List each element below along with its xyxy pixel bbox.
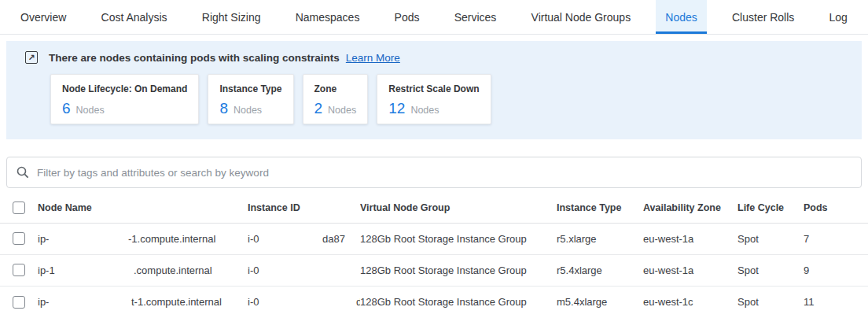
- card-restrict-scale-down[interactable]: Restrict Scale Down 12 Nodes: [377, 74, 491, 124]
- col-availability-zone: Availability Zone: [643, 193, 737, 223]
- instance-type-cell: r5.xlarge: [557, 223, 643, 254]
- table-row[interactable]: ip- t-1.compute.internal i-0 d 128Gb Roo…: [0, 286, 868, 317]
- instance-type-cell: r5.4xlarge: [557, 254, 643, 286]
- node-name-link[interactable]: t-1.compute.internal: [131, 296, 222, 308]
- card-count: 6: [62, 100, 71, 117]
- life-cycle-cell: Spot: [737, 286, 804, 317]
- tab-cost-analysis[interactable]: Cost Analysis: [92, 0, 177, 34]
- node-name-link[interactable]: ip-: [38, 296, 49, 308]
- select-all-checkbox[interactable]: [13, 202, 25, 214]
- tab-cluster-rolls[interactable]: Cluster Rolls: [723, 0, 804, 34]
- node-name-link[interactable]: ip-1: [38, 264, 55, 276]
- search-input[interactable]: [37, 167, 851, 179]
- col-instance-type: Instance Type: [557, 193, 643, 223]
- virtual-node-group-cell: 128Gb Root Storage Instance Group: [360, 254, 557, 286]
- card-node-lifecycle[interactable]: Node Lifecycle: On Demand 6 Nodes: [50, 74, 199, 124]
- card-title: Zone: [314, 83, 357, 94]
- tab-services[interactable]: Services: [445, 0, 506, 34]
- table-row[interactable]: ip- -1.compute.internal i-0 da87 128Gb R…: [0, 223, 868, 254]
- life-cycle-cell: Spot: [737, 223, 804, 254]
- row-checkbox[interactable]: [13, 296, 25, 309]
- card-unit: Nodes: [76, 105, 105, 116]
- card-unit: Nodes: [234, 105, 262, 116]
- tab-bar: Overview Cost Analysis Right Sizing Name…: [0, 0, 868, 35]
- card-count: 2: [314, 100, 323, 117]
- filter-search-bar: [6, 157, 862, 188]
- virtual-node-group-cell: 128Gb Root Storage Instance Group: [360, 286, 557, 317]
- pods-cell: 7: [804, 223, 868, 254]
- table-row[interactable]: ip-1 .compute.internal i-0 128Gb Root St…: [0, 254, 868, 286]
- card-count: 8: [219, 100, 228, 117]
- pods-cell: 11: [804, 286, 868, 317]
- tab-nodes[interactable]: Nodes: [656, 0, 706, 34]
- col-pods: Pods: [804, 193, 868, 223]
- constraint-cards: Node Lifecycle: On Demand 6 Nodes Instan…: [50, 74, 849, 124]
- tab-right-sizing[interactable]: Right Sizing: [193, 0, 270, 34]
- tab-log[interactable]: Log: [820, 0, 857, 34]
- col-node-name: Node Name: [38, 193, 248, 223]
- tab-namespaces[interactable]: Namespaces: [286, 0, 370, 34]
- instance-id-link[interactable]: i-0: [248, 233, 259, 245]
- instance-id-link[interactable]: da87: [322, 233, 345, 245]
- availability-zone-cell: eu-west-1a: [643, 223, 737, 254]
- card-unit: Nodes: [328, 105, 356, 116]
- life-cycle-cell: Spot: [737, 254, 804, 286]
- tab-overview[interactable]: Overview: [11, 0, 75, 34]
- availability-zone-cell: eu-west-1c: [643, 286, 737, 317]
- instance-id-link[interactable]: i-0: [248, 296, 259, 308]
- node-name-link[interactable]: ip-: [38, 233, 49, 245]
- search-icon: [17, 166, 29, 179]
- card-unit: Nodes: [410, 105, 439, 116]
- learn-more-link[interactable]: Learn More: [346, 52, 400, 64]
- row-checkbox[interactable]: [13, 264, 25, 276]
- instance-type-cell: m5.4xlarge: [557, 286, 643, 317]
- pods-cell: 9: [804, 254, 868, 286]
- nodes-table: Node Name Instance ID Virtual Node Group…: [0, 193, 868, 317]
- banner-header: ↗ There are nodes containing pods with s…: [19, 51, 849, 64]
- card-zone[interactable]: Zone 2 Nodes: [303, 74, 369, 124]
- col-virtual-node-group: Virtual Node Group: [360, 193, 557, 223]
- instance-id-link[interactable]: d: [356, 296, 360, 308]
- card-count: 12: [388, 100, 405, 117]
- card-instance-type[interactable]: Instance Type 8 Nodes: [208, 74, 293, 124]
- banner-message: There are nodes containing pods with sca…: [49, 52, 340, 64]
- table-header-row: Node Name Instance ID Virtual Node Group…: [0, 193, 868, 223]
- card-title: Instance Type: [219, 83, 281, 94]
- scaling-constraints-banner: ↗ There are nodes containing pods with s…: [6, 41, 862, 139]
- instance-id-link[interactable]: i-0: [248, 264, 259, 276]
- availability-zone-cell: eu-west-1a: [643, 254, 737, 286]
- virtual-node-group-cell: 128Gb Root Storage Instance Group: [360, 223, 557, 254]
- node-name-link[interactable]: -1.compute.internal: [128, 233, 215, 245]
- card-title: Restrict Scale Down: [388, 83, 479, 94]
- col-instance-id: Instance ID: [248, 193, 360, 223]
- node-name-link[interactable]: .compute.internal: [134, 264, 212, 276]
- tab-pods[interactable]: Pods: [385, 0, 429, 34]
- scale-out-icon: ↗: [25, 51, 38, 64]
- tab-virtual-node-groups[interactable]: Virtual Node Groups: [522, 0, 641, 34]
- card-title: Node Lifecycle: On Demand: [62, 83, 187, 94]
- col-life-cycle: Life Cycle: [737, 193, 804, 223]
- row-checkbox[interactable]: [13, 232, 25, 245]
